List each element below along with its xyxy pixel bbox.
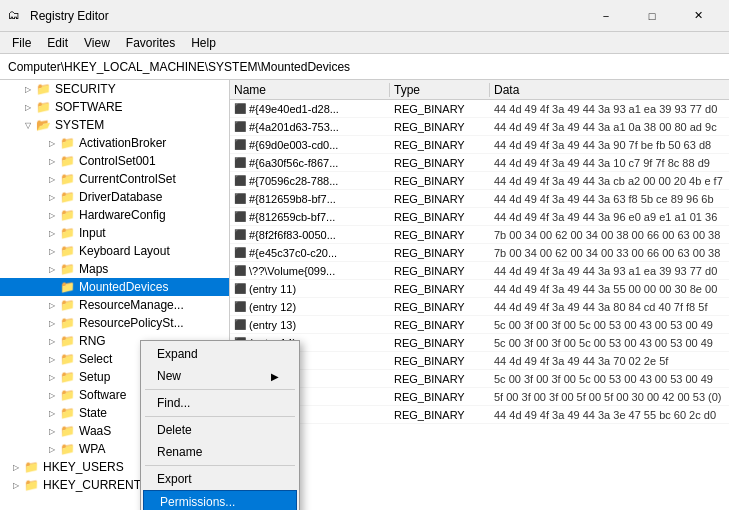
ctx-export-label: Export xyxy=(157,472,192,486)
folder-icon-resourcemanage: 📁 xyxy=(60,298,75,312)
expander-rng: ▷ xyxy=(44,333,60,349)
close-button[interactable]: ✕ xyxy=(675,0,721,32)
table-row[interactable]: ⬛ (entry 17) REG_BINARY 5f 00 3f 00 3f 0… xyxy=(230,388,729,406)
table-body[interactable]: ⬛ #{49e40ed1-d28... REG_BINARY 44 4d 49 … xyxy=(230,100,729,510)
ctx-delete[interactable]: Delete xyxy=(141,419,299,441)
tree-label-select: Select xyxy=(79,352,112,366)
table-row[interactable]: ⬛ #{812659cb-bf7... REG_BINARY 44 4d 49 … xyxy=(230,208,729,226)
table-row[interactable]: ⬛ #{49e40ed1-d28... REG_BINARY 44 4d 49 … xyxy=(230,100,729,118)
ctx-rename[interactable]: Rename xyxy=(141,441,299,463)
tree-label-controlset001: ControlSet001 xyxy=(79,154,156,168)
col-header-name: Name xyxy=(230,83,390,97)
folder-icon-select: 📁 xyxy=(60,352,75,366)
tree-item-system[interactable]: ▽ 📂 SYSTEM xyxy=(0,116,229,134)
folder-icon-security: 📁 xyxy=(36,82,51,96)
table-row[interactable]: ⬛ (entry 18) REG_BINARY 44 4d 49 4f 3a 4… xyxy=(230,406,729,424)
ctx-rename-label: Rename xyxy=(157,445,202,459)
cell-type-15: REG_BINARY xyxy=(390,373,490,385)
ctx-permissions[interactable]: Permissions... xyxy=(143,490,297,510)
table-row[interactable]: ⬛ (entry 16) REG_BINARY 5c 00 3f 00 3f 0… xyxy=(230,370,729,388)
tree-item-driverdatabase[interactable]: ▷ 📁 DriverDatabase xyxy=(0,188,229,206)
tree-item-maps[interactable]: ▷ 📁 Maps xyxy=(0,260,229,278)
table-row[interactable]: ⬛ (entry 12) REG_BINARY 44 4d 49 4f 3a 4… xyxy=(230,298,729,316)
minimize-button[interactable]: − xyxy=(583,0,629,32)
tree-label-activationbroker: ActivationBroker xyxy=(79,136,166,150)
ctx-expand[interactable]: Expand xyxy=(141,343,299,365)
tree-label-input: Input xyxy=(79,226,106,240)
tree-label-state: State xyxy=(79,406,107,420)
menu-file[interactable]: File xyxy=(4,34,39,52)
table-row[interactable]: ⬛ \??\Volume{099... REG_BINARY 44 4d 49 … xyxy=(230,262,729,280)
cell-name-12: ⬛ (entry 13) xyxy=(230,319,390,331)
tree-label-resourcemanage: ResourceManage... xyxy=(79,298,184,312)
cell-type-10: REG_BINARY xyxy=(390,283,490,295)
folder-icon-state: 📁 xyxy=(60,406,75,420)
tree-item-resourcemanage[interactable]: ▷ 📁 ResourceManage... xyxy=(0,296,229,314)
address-bar: Computer\HKEY_LOCAL_MACHINE\SYSTEM\Mount… xyxy=(0,54,729,80)
expander-hkeyusers: ▷ xyxy=(8,459,24,475)
tree-item-security[interactable]: ▷ 📁 SECURITY xyxy=(0,80,229,98)
table-row[interactable]: ⬛ (entry 11) REG_BINARY 44 4d 49 4f 3a 4… xyxy=(230,280,729,298)
ctx-export[interactable]: Export xyxy=(141,468,299,490)
window-controls: − □ ✕ xyxy=(583,0,721,32)
tree-item-hardwareconfig[interactable]: ▷ 📁 HardwareConfig xyxy=(0,206,229,224)
table-row[interactable]: ⬛ (entry 15) REG_BINARY 44 4d 49 4f 3a 4… xyxy=(230,352,729,370)
expander-resourcemanage: ▷ xyxy=(44,297,60,313)
tree-label-software: SOFTWARE xyxy=(55,100,123,114)
tree-label-waas: WaaS xyxy=(79,424,111,438)
tree-label-software2: Software xyxy=(79,388,126,402)
tree-item-input[interactable]: ▷ 📁 Input xyxy=(0,224,229,242)
ctx-delete-label: Delete xyxy=(157,423,192,437)
tree-item-software[interactable]: ▷ 📁 SOFTWARE xyxy=(0,98,229,116)
folder-icon-currentcontrolset: 📁 xyxy=(60,172,75,186)
cell-type-17: REG_BINARY xyxy=(390,409,490,421)
tree-item-resourcepolicyst[interactable]: ▷ 📁 ResourcePolicySt... xyxy=(0,314,229,332)
folder-icon-system: 📂 xyxy=(36,118,51,132)
menu-favorites[interactable]: Favorites xyxy=(118,34,183,52)
cell-data-14: 44 4d 49 4f 3a 49 44 3a 70 02 2e 5f xyxy=(490,355,729,367)
menu-edit[interactable]: Edit xyxy=(39,34,76,52)
tree-label-wpa: WPA xyxy=(79,442,105,456)
ctx-new[interactable]: New ▶ xyxy=(141,365,299,387)
menu-view[interactable]: View xyxy=(76,34,118,52)
cell-type-14: REG_BINARY xyxy=(390,355,490,367)
ctx-find[interactable]: Find... xyxy=(141,392,299,414)
cell-data-5: 44 4d 49 4f 3a 49 44 3a 63 f8 5b ce 89 9… xyxy=(490,193,729,205)
table-row[interactable]: ⬛ (entry 13) REG_BINARY 5c 00 3f 00 3f 0… xyxy=(230,316,729,334)
ctx-permissions-label: Permissions... xyxy=(160,495,235,509)
cell-data-1: 44 4d 49 4f 3a 49 44 3a a1 0a 38 00 80 a… xyxy=(490,121,729,133)
reg-icon-0: ⬛ xyxy=(234,103,246,114)
folder-icon-software2: 📁 xyxy=(60,388,75,402)
reg-icon-4: ⬛ xyxy=(234,175,246,186)
folder-icon-wpa: 📁 xyxy=(60,442,75,456)
expander-setup: ▷ xyxy=(44,369,60,385)
table-row[interactable]: ⬛ #{6a30f56c-f867... REG_BINARY 44 4d 49… xyxy=(230,154,729,172)
reg-icon-3: ⬛ xyxy=(234,157,246,168)
tree-label-security: SECURITY xyxy=(55,82,116,96)
cell-name-9: ⬛ \??\Volume{099... xyxy=(230,265,390,277)
address-path[interactable]: Computer\HKEY_LOCAL_MACHINE\SYSTEM\Mount… xyxy=(8,60,721,74)
table-row[interactable]: ⬛ (entry 14) REG_BINARY 5c 00 3f 00 3f 0… xyxy=(230,334,729,352)
cell-data-15: 5c 00 3f 00 3f 00 5c 00 53 00 43 00 53 0… xyxy=(490,373,729,385)
table-row[interactable]: ⬛ #{812659b8-bf7... REG_BINARY 44 4d 49 … xyxy=(230,190,729,208)
tree-item-keyboardlayout[interactable]: ▷ 📁 Keyboard Layout xyxy=(0,242,229,260)
table-row[interactable]: ⬛ #{e45c37c0-c20... REG_BINARY 7b 00 34 … xyxy=(230,244,729,262)
cell-type-1: REG_BINARY xyxy=(390,121,490,133)
tree-item-currentcontrolset[interactable]: ▷ 📁 CurrentControlSet xyxy=(0,170,229,188)
tree-item-mounteddevices[interactable]: 📁 MountedDevices xyxy=(0,278,229,296)
tree-item-activationbroker[interactable]: ▷ 📁 ActivationBroker xyxy=(0,134,229,152)
menu-help[interactable]: Help xyxy=(183,34,224,52)
tree-label-resourcepolicyst: ResourcePolicySt... xyxy=(79,316,184,330)
tree-item-controlset001[interactable]: ▷ 📁 ControlSet001 xyxy=(0,152,229,170)
expander-hardwareconfig: ▷ xyxy=(44,207,60,223)
table-row[interactable]: ⬛ #{69d0e003-cd0... REG_BINARY 44 4d 49 … xyxy=(230,136,729,154)
table-row[interactable]: ⬛ #{8f2f6f83-0050... REG_BINARY 7b 00 34… xyxy=(230,226,729,244)
table-row[interactable]: ⬛ #{4a201d63-753... REG_BINARY 44 4d 49 … xyxy=(230,118,729,136)
expander-resourcepolicyst: ▷ xyxy=(44,315,60,331)
tree-label-maps: Maps xyxy=(79,262,108,276)
reg-icon-10: ⬛ xyxy=(234,283,246,294)
table-row[interactable]: ⬛ #{70596c28-788... REG_BINARY 44 4d 49 … xyxy=(230,172,729,190)
folder-icon-keyboardlayout: 📁 xyxy=(60,244,75,258)
folder-icon-activationbroker: 📁 xyxy=(60,136,75,150)
maximize-button[interactable]: □ xyxy=(629,0,675,32)
